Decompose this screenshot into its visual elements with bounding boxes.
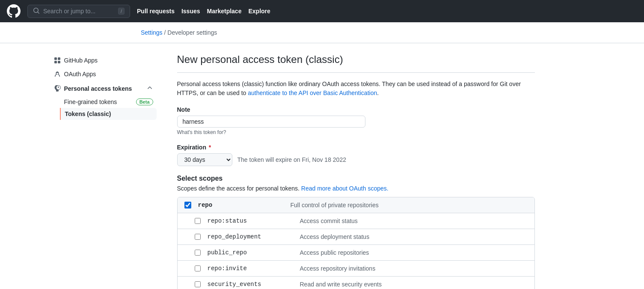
search-kbd: / xyxy=(118,8,125,15)
scope-desc-security-events: Read and write security events xyxy=(300,281,382,288)
scope-desc-public-repo: Access public repositories xyxy=(300,249,369,256)
key-icon xyxy=(54,85,61,92)
scope-row-repo-invite: repo:invite Access repository invitation… xyxy=(178,261,534,277)
scope-name-repo-status: repo:status xyxy=(208,217,293,224)
expiration-select[interactable]: 7 days 30 days 60 days 90 days Custom No… xyxy=(177,153,232,166)
expiration-note: The token will expire on Fri, Nov 18 202… xyxy=(237,156,346,163)
breadcrumb-current: Developer settings xyxy=(167,29,217,36)
scope-checkbox-public-repo[interactable] xyxy=(195,250,201,256)
scope-checkbox-repo-status[interactable] xyxy=(195,218,201,224)
top-navbar: Search or jump to... / Pull requests Iss… xyxy=(0,0,644,22)
sidebar-github-apps-label: GitHub Apps xyxy=(64,57,98,64)
sidebar-item-fine-grained[interactable]: Fine-grained tokens Beta xyxy=(61,96,157,108)
scope-name-security-events: security_events xyxy=(208,281,293,288)
description-end: . xyxy=(377,89,379,96)
scopes-table: repo Full control of private repositorie… xyxy=(177,197,535,289)
page-title: New personal access token (classic) xyxy=(177,54,535,73)
note-form-group: Note What's this token for? xyxy=(177,106,535,135)
scopes-title: Select scopes xyxy=(177,175,535,182)
main-layout: GitHub Apps OAuth Apps Personal access t… xyxy=(23,43,622,289)
beta-badge: Beta xyxy=(136,98,153,105)
search-placeholder-text: Search or jump to... xyxy=(43,8,95,15)
scope-name-public-repo: public_repo xyxy=(208,249,293,256)
scope-row-repo: repo Full control of private repositorie… xyxy=(178,197,534,213)
scope-desc-repo-invite: Access repository invitations xyxy=(300,265,376,272)
required-star: * xyxy=(207,144,211,151)
sidebar: GitHub Apps OAuth Apps Personal access t… xyxy=(44,54,163,289)
scope-row-repo-deployment: repo_deployment Access deployment status xyxy=(178,229,534,245)
person-icon xyxy=(54,71,61,77)
github-logo[interactable] xyxy=(7,4,21,18)
description-text: Personal access tokens (classic) functio… xyxy=(177,80,535,98)
breadcrumb-area: Settings / Developer settings xyxy=(0,22,644,43)
scope-name-repo-deployment: repo_deployment xyxy=(208,233,293,240)
scope-checkbox-repo[interactable] xyxy=(184,202,191,209)
scopes-desc: Scopes define the access for personal to… xyxy=(177,185,535,192)
grid-icon xyxy=(54,57,61,64)
scope-checkbox-security-events[interactable] xyxy=(195,281,201,287)
scope-checkbox-repo-deployment[interactable] xyxy=(195,234,201,240)
sidebar-oauth-apps-label: OAuth Apps xyxy=(64,71,96,77)
expiration-form-group: Expiration * 7 days 30 days 60 days 90 d… xyxy=(177,144,535,166)
scope-checkbox-repo-invite[interactable] xyxy=(195,265,201,271)
nav-issues[interactable]: Issues xyxy=(181,8,200,15)
sidebar-item-tokens-classic[interactable]: Tokens (classic) xyxy=(60,108,157,120)
search-icon xyxy=(33,7,40,15)
fine-grained-label: Fine-grained tokens xyxy=(64,98,117,105)
nav-links: Pull requests Issues Marketplace Explore xyxy=(137,8,270,15)
breadcrumb-settings-link[interactable]: Settings xyxy=(141,29,163,36)
scope-desc-repo-deployment: Access deployment status xyxy=(300,233,370,240)
scope-name-repo: repo xyxy=(198,202,284,209)
note-label: Note xyxy=(177,106,535,113)
oauth-scopes-link[interactable]: Read more about OAuth scopes. xyxy=(301,185,389,192)
sidebar-sub-pat: Fine-grained tokens Beta Tokens (classic… xyxy=(61,96,157,120)
chevron-up-icon xyxy=(146,84,153,92)
scope-row-public-repo: public_repo Access public repositories xyxy=(178,245,534,261)
note-sublabel: What's this token for? xyxy=(177,129,535,135)
sidebar-item-oauth-apps[interactable]: OAuth Apps xyxy=(50,67,157,81)
basic-auth-link[interactable]: authenticate to the API over Basic Authe… xyxy=(248,89,377,96)
sidebar-pat-label: Personal access tokens xyxy=(64,85,132,92)
expiration-label: Expiration * xyxy=(177,144,535,151)
scope-desc-repo: Full control of private repositories xyxy=(291,202,379,209)
nav-pull-requests[interactable]: Pull requests xyxy=(137,8,175,15)
note-input[interactable] xyxy=(177,116,365,128)
main-content: New personal access token (classic) Pers… xyxy=(163,54,549,289)
sidebar-item-personal-access-tokens[interactable]: Personal access tokens xyxy=(50,81,157,96)
sidebar-item-github-apps[interactable]: GitHub Apps xyxy=(50,54,157,67)
scopes-section: Select scopes Scopes define the access f… xyxy=(177,175,535,289)
tokens-classic-label: Tokens (classic) xyxy=(65,110,111,117)
scope-row-security-events: security_events Read and write security … xyxy=(178,277,534,289)
breadcrumb: Settings / Developer settings xyxy=(141,29,644,36)
scope-row-repo-status: repo:status Access commit status xyxy=(178,213,534,229)
scope-desc-repo-status: Access commit status xyxy=(300,217,358,224)
expiration-row: 7 days 30 days 60 days 90 days Custom No… xyxy=(177,153,535,166)
nav-explore[interactable]: Explore xyxy=(248,8,270,15)
scope-name-repo-invite: repo:invite xyxy=(208,265,293,272)
search-box[interactable]: Search or jump to... / xyxy=(27,5,130,18)
nav-marketplace[interactable]: Marketplace xyxy=(207,8,242,15)
